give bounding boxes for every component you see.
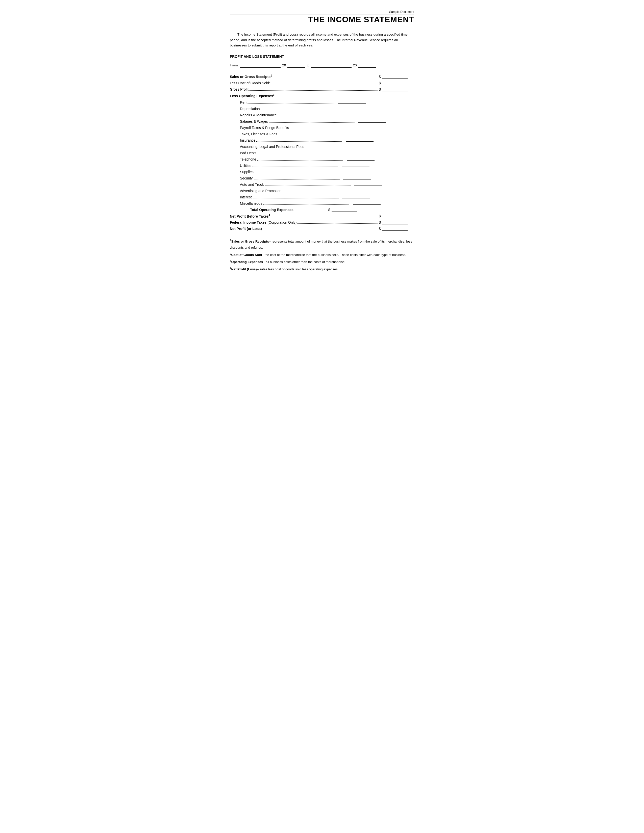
federal-amount-line[interactable] (382, 220, 407, 224)
from-label: From: (230, 63, 239, 67)
expense-item-insurance: Insurance (230, 138, 414, 142)
sample-document-label: Sample Document (230, 10, 414, 14)
date-row: From: 20 to 20 (230, 63, 414, 68)
year-label-1: 20 (282, 63, 286, 67)
expense-label-advertising: Advertising and Promotion (240, 189, 281, 193)
expense-label-repairs: Repairs & Maintenance (240, 113, 277, 117)
footnotes-section: 1Sales or Gross Receipts– represents tot… (230, 238, 414, 272)
expense-item-utilities: Utilities (230, 163, 414, 167)
less-cost-row: Less Cost of Goods Sold2 $ (230, 80, 414, 85)
expense-label-payroll: Payroll Taxes & Fringe Benefits (240, 126, 289, 130)
section-title: PROFIT AND LOSS STATEMENT (230, 55, 414, 59)
sales-dotted (273, 74, 378, 78)
net-profit-before-taxes-row: Net Profit Before Taxes4 $ (230, 213, 414, 218)
expense-label-insurance: Insurance (240, 138, 255, 142)
telephone-amount-line[interactable] (347, 156, 375, 161)
expense-label-taxes-lic: Taxes, Licenses & Fees (240, 132, 277, 136)
total-amount-line[interactable] (332, 208, 357, 212)
sales-gross-receipts-row: Sales or Gross Receipts1 $ (230, 74, 414, 79)
federal-income-taxes-row: Federal Income Taxes (Corporation Only) … (230, 220, 414, 224)
security-amount-line[interactable] (343, 175, 371, 180)
utilities-amount-line[interactable] (342, 163, 369, 167)
to-label: to (307, 63, 309, 67)
gross-profit-row: Gross Profit $ (230, 87, 414, 92)
advertising-amount-line[interactable] (372, 188, 399, 192)
expense-label-miscellaneous: Miscellaneous (240, 201, 262, 206)
expense-label-utilities: Utilities (240, 164, 251, 167)
from-date-line[interactable] (240, 63, 280, 68)
year-label-2: 20 (353, 63, 357, 67)
expense-item-security: Security (230, 175, 414, 180)
expense-label-depreciation: Depreciation (240, 107, 260, 111)
gross-profit-dotted (250, 87, 378, 91)
rent-amount-line[interactable] (338, 100, 366, 104)
from-year-line[interactable] (287, 63, 305, 68)
repairs-amount-line[interactable] (367, 113, 395, 116)
expense-items-container: Rent Depreciation Repairs & Maintenance … (230, 100, 414, 206)
expense-label-rent: Rent (240, 100, 248, 105)
net-profit-before-taxes-label: Net Profit Before Taxes4 (230, 214, 270, 218)
sales-dollar-field: $ (379, 75, 414, 79)
header: Sample Document THE INCOME STATEMENT (230, 10, 414, 24)
net-profit-or-loss-label: Net Profit (or Loss) (230, 227, 262, 231)
expense-item-supplies: Supplies (230, 169, 414, 174)
miscellaneous-amount-line[interactable] (353, 201, 381, 205)
gross-profit-amount-line[interactable] (382, 87, 407, 92)
expense-label-security: Security (240, 176, 253, 180)
expense-item-depreciation: Depreciation (230, 106, 414, 111)
total-dollar-field: $ (328, 208, 364, 212)
payroll-amount-line[interactable] (379, 125, 407, 129)
footnote-3: 3Operating Expenses– all business costs … (230, 259, 414, 265)
intro-paragraph: The Income Statement (Profit and Loss) r… (230, 32, 414, 48)
net-loss-dollar-field: $ (379, 227, 414, 231)
insurance-amount-line[interactable] (346, 138, 374, 142)
taxes-lic-amount-line[interactable] (368, 131, 396, 135)
net-loss-dotted (263, 226, 378, 230)
main-title: THE INCOME STATEMENT (308, 15, 414, 24)
supplies-amount-line[interactable] (344, 169, 372, 173)
expense-label-supplies: Supplies (240, 170, 254, 174)
less-cost-label: Less Cost of Goods Sold2 (230, 80, 270, 85)
expense-label-salaries: Salaries & Wages (240, 119, 268, 124)
total-operating-expenses-row: Total Operating Expenses $ (230, 207, 414, 212)
interest-amount-line[interactable] (342, 195, 370, 198)
less-cost-dotted (271, 80, 378, 84)
gross-profit-label: Gross Profit (230, 87, 248, 92)
to-date-line[interactable] (311, 63, 351, 68)
expense-item-salaries: Salaries & Wages (230, 119, 414, 124)
expense-item-repairs: Repairs & Maintenance (230, 113, 414, 117)
expense-item-interest: Interest (230, 195, 414, 199)
footnote-2: 2Cost of Goods Sold– the cost of the mer… (230, 252, 414, 258)
net-profit-amount-line[interactable] (382, 214, 407, 218)
expense-item-telephone: Telephone (230, 156, 414, 161)
expense-item-advertising: Advertising and Promotion (230, 188, 414, 193)
total-dotted (295, 207, 327, 211)
sales-gross-receipts-label: Sales or Gross Receipts1 (230, 74, 272, 79)
expense-label-accounting: Accounting, Legal and Professional Fees (240, 145, 304, 149)
sales-amount-line[interactable] (382, 75, 407, 79)
expense-label-auto: Auto and Truck (240, 182, 264, 187)
gross-profit-dollar-field: $ (379, 87, 414, 92)
net-profit-dotted (271, 213, 378, 217)
net-loss-amount-line[interactable] (382, 227, 407, 231)
depreciation-amount-line[interactable] (350, 106, 378, 110)
accounting-amount-line[interactable] (386, 144, 414, 148)
expense-item-miscellaneous: Miscellaneous (230, 201, 414, 206)
net-profit-dollar-field: $ (379, 214, 414, 218)
total-label: Total Operating Expenses (230, 208, 293, 212)
less-cost-dollar-field: $ (379, 81, 414, 85)
salaries-amount-line[interactable] (358, 119, 386, 123)
less-operating-expenses-heading: Less Operating Expenses3 (230, 93, 414, 98)
bad-debts-amount-line[interactable] (347, 150, 375, 154)
expense-label-telephone: Telephone (240, 157, 256, 161)
net-profit-or-loss-row: Net Profit (or Loss) $ (230, 226, 414, 231)
footnote-1: 1Sales or Gross Receipts– represents tot… (230, 238, 414, 251)
expense-item-bad-debts: Bad Debts (230, 150, 414, 155)
less-cost-amount-line[interactable] (382, 81, 407, 85)
federal-dollar-field: $ (379, 220, 414, 224)
expense-item-taxes-lic: Taxes, Licenses & Fees (230, 131, 414, 136)
auto-amount-line[interactable] (354, 182, 382, 186)
federal-income-taxes-label: Federal Income Taxes (Corporation Only) (230, 220, 296, 224)
expense-item-auto: Auto and Truck (230, 182, 414, 187)
to-year-line[interactable] (358, 63, 376, 68)
